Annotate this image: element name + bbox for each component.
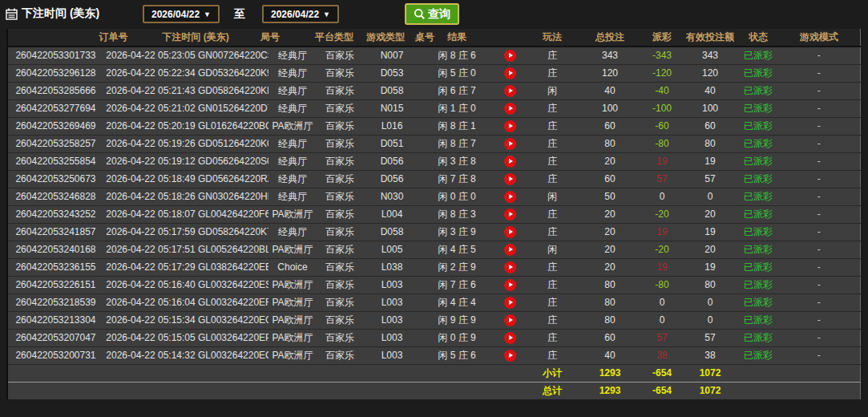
play-video-icon[interactable]	[504, 50, 516, 62]
column-header-side: 玩法	[527, 29, 578, 47]
cell-valid: 120	[682, 64, 738, 82]
cell-bet: 60	[578, 117, 642, 135]
cell-game: 百家乐	[317, 135, 363, 152]
cell-order: 260422053250673	[7, 170, 103, 188]
cell-table: L003	[363, 276, 421, 294]
cell-time: 2026-04-22 05:21:43	[103, 82, 198, 99]
play-video-icon[interactable]	[504, 85, 516, 97]
play-video-icon[interactable]	[504, 261, 516, 273]
cell-platform: PA欧洲厅	[268, 117, 317, 135]
cell-time: 2026-04-22 05:16:04	[103, 294, 198, 311]
cell-time: 2026-04-22 05:17:59	[103, 223, 198, 241]
cell-status: 已派彩	[738, 205, 778, 223]
bet-records-table: 订单号下注时间 (美东)局号平台类型游戏类型桌号结果玩法总投注派彩有效投注额状态…	[6, 29, 861, 399]
cell-result: 闲 3 庄 9	[421, 223, 493, 241]
play-video-icon[interactable]	[504, 297, 516, 309]
table-row: 2604220533017332026-04-22 05:23:05GN0072…	[7, 47, 860, 64]
play-video-icon[interactable]	[504, 120, 516, 132]
play-video-icon[interactable]	[504, 314, 516, 326]
cell-bet: 20	[578, 258, 642, 276]
play-video-icon[interactable]	[504, 138, 516, 150]
cell-order: 260422053301733	[7, 47, 103, 64]
cell-icon	[493, 117, 527, 135]
play-video-icon[interactable]	[504, 208, 516, 221]
play-video-icon[interactable]	[504, 156, 516, 168]
cell-game: 百家乐	[317, 64, 363, 82]
cell-game: 百家乐	[317, 311, 363, 329]
table-row: 2604220532694692026-04-22 05:20:19GL0162…	[7, 117, 860, 135]
play-video-icon[interactable]	[504, 173, 516, 185]
cell-time: 2026-04-22 05:19:12	[103, 152, 198, 170]
cell-round: GL003264220EQ	[198, 311, 268, 329]
table-body: 2604220533017332026-04-22 05:23:05GN0072…	[7, 47, 860, 364]
cell-bet: 80	[578, 276, 642, 294]
total-payout: -654	[642, 382, 682, 399]
cell-side: 闲	[527, 82, 578, 99]
cell-order: 260422053213304	[7, 311, 103, 329]
subtotal-spacer	[7, 364, 527, 382]
cell-round: GL004264220F6	[198, 205, 268, 223]
cell-round: GN015264220D7	[198, 99, 268, 117]
cell-order: 260422053226151	[7, 276, 103, 294]
cell-mode: -	[778, 135, 860, 152]
column-header-icon	[493, 29, 527, 47]
play-video-icon[interactable]	[504, 244, 516, 256]
cell-result: 闲 9 庄 9	[421, 311, 493, 329]
cell-round: GL003264220EP	[198, 329, 268, 346]
cell-time: 2026-04-22 05:18:26	[103, 188, 198, 205]
cell-order: 260422053236155	[7, 258, 103, 276]
cell-valid: 19	[682, 258, 738, 276]
column-header-payout: 派彩	[642, 29, 682, 47]
cell-game: 百家乐	[317, 99, 363, 117]
cell-icon	[493, 205, 527, 223]
cell-time: 2026-04-22 05:18:07	[103, 205, 198, 223]
cell-result: 闲 1 庄 0	[421, 99, 493, 117]
cell-time: 2026-04-22 05:19:26	[103, 135, 198, 152]
cell-time: 2026-04-22 05:23:05	[103, 47, 198, 64]
date-from-select[interactable]: 2026/04/22 ▼	[143, 5, 220, 23]
cell-payout: -80	[642, 135, 682, 152]
cell-icon	[493, 47, 527, 64]
date-from-value: 2026/04/22	[151, 9, 200, 20]
cell-mode: -	[778, 117, 860, 135]
cell-side: 庄	[527, 311, 578, 329]
cell-payout: 57	[642, 170, 682, 188]
table-row: 2604220532418572026-04-22 05:17:59GD0582…	[7, 223, 860, 241]
cell-order: 260422053296128	[7, 64, 103, 82]
cell-result: 闲 2 庄 9	[421, 258, 493, 276]
play-video-icon[interactable]	[504, 279, 516, 291]
cell-status: 已派彩	[738, 64, 778, 82]
bet-time-label-text: 下注时间 (美东)	[22, 6, 99, 21]
play-video-icon[interactable]	[504, 191, 516, 203]
play-video-icon[interactable]	[504, 350, 516, 362]
cell-valid: 0	[682, 294, 738, 311]
cell-icon	[493, 346, 527, 364]
cell-valid: 0	[682, 311, 738, 329]
cell-icon	[493, 241, 527, 258]
date-to-select[interactable]: 2026/04/22 ▼	[262, 5, 339, 23]
query-button[interactable]: 查询	[405, 3, 459, 25]
play-video-icon[interactable]	[504, 103, 516, 115]
cell-icon	[493, 294, 527, 311]
cell-icon	[493, 329, 527, 346]
play-video-icon[interactable]	[504, 332, 516, 344]
cell-table: L016	[363, 117, 421, 135]
play-video-icon[interactable]	[504, 226, 516, 238]
cell-platform: PA欧洲厅	[268, 311, 317, 329]
cell-payout: 57	[642, 329, 682, 346]
cell-time: 2026-04-22 05:17:51	[103, 241, 198, 258]
cell-side: 庄	[527, 205, 578, 223]
table-row: 2604220532582572026-04-22 05:19:26GD0512…	[7, 135, 860, 152]
total-spacer-right	[738, 382, 860, 399]
cell-table: L003	[363, 311, 421, 329]
play-video-icon[interactable]	[504, 67, 516, 79]
table-row: 2604220532506732026-04-22 05:18:49GD0562…	[7, 170, 860, 188]
subtotal-row: 小计 1293 -654 1072	[7, 364, 860, 382]
cell-status: 已派彩	[738, 276, 778, 294]
cell-order: 260422053255854	[7, 152, 103, 170]
cell-icon	[493, 311, 527, 329]
subtotal-valid: 1072	[682, 364, 738, 382]
table-row: 2604220532558542026-04-22 05:19:12GD0562…	[7, 152, 860, 170]
cell-round: GL003264220ES	[198, 276, 268, 294]
cell-icon	[493, 82, 527, 99]
